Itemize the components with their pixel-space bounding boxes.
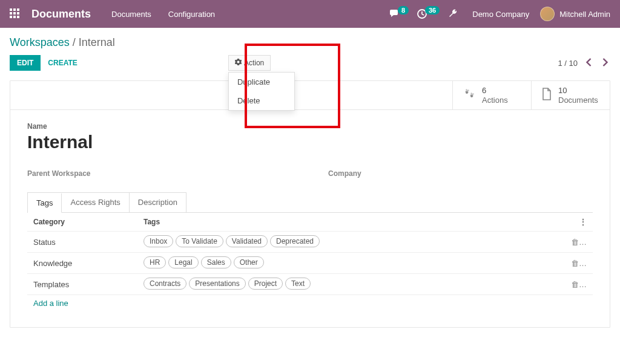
trash-icon[interactable]: 🗑… [571, 259, 587, 268]
document-icon [541, 88, 552, 103]
messages-badge: 8 [398, 6, 409, 15]
table-row: StatusInboxTo ValidateValidatedDeprecate… [27, 231, 593, 252]
top-navbar: Documents Documents Configuration 8 36 D… [0, 0, 620, 28]
tag-chip[interactable]: Legal [168, 256, 198, 268]
action-duplicate[interactable]: Duplicate [229, 73, 294, 91]
nav-configuration[interactable]: Configuration [168, 10, 215, 19]
row-tags: HRLegalSalesOther [143, 256, 566, 270]
pager-next[interactable] [600, 56, 610, 71]
action-dropdown-label: Action [244, 59, 264, 67]
tag-chip[interactable]: Text [285, 278, 311, 290]
row-category: Templates [33, 280, 143, 289]
col-header-tags: Tags [143, 218, 566, 226]
add-line-link[interactable]: Add a line [33, 299, 68, 308]
action-delete[interactable]: Delete [229, 91, 294, 110]
breadcrumb: Workspaces / Internal [10, 36, 610, 49]
form-sheet: 6 Actions 10 Documents Name Internal Par… [10, 80, 610, 328]
activities-badge: 36 [425, 6, 440, 15]
debug-button[interactable] [448, 9, 458, 19]
parent-workspace-label: Parent Workspace [27, 169, 292, 178]
action-dropdown-button[interactable]: Action [228, 55, 271, 71]
app-brand: Documents [31, 8, 91, 21]
user-menu[interactable]: Mitchell Admin [540, 7, 610, 21]
trash-icon[interactable]: 🗑… [571, 238, 587, 247]
user-name: Mitchell Admin [559, 10, 610, 19]
stat-documents[interactable]: 10 Documents [531, 81, 610, 109]
tag-chip[interactable]: Deprecated [270, 235, 320, 247]
tag-chip[interactable]: Validated [226, 235, 268, 247]
col-header-category: Category [33, 218, 143, 226]
form-tabs: Tags Access Rights Description [27, 192, 186, 212]
tag-chip[interactable]: Sales [201, 256, 231, 268]
workspace-name: Internal [27, 132, 593, 152]
create-button[interactable]: CREATE [41, 55, 84, 71]
cogs-icon [463, 88, 476, 102]
tag-chip[interactable]: Contracts [143, 278, 186, 290]
breadcrumb-current: Internal [79, 36, 115, 48]
activities-button[interactable]: 36 [417, 9, 440, 19]
stat-documents-count: 10 [558, 86, 598, 96]
row-category: Status [33, 238, 143, 247]
company-selector[interactable]: Demo Company [472, 10, 529, 19]
tag-chip[interactable]: Project [248, 278, 283, 290]
stat-actions[interactable]: 6 Actions [452, 81, 531, 109]
grid-menu-icon[interactable]: ⋮ [579, 218, 587, 226]
tag-chip[interactable]: To Validate [176, 235, 223, 247]
company-label: Company [328, 169, 593, 178]
gear-icon [235, 59, 242, 67]
action-dropdown-menu: Duplicate Delete [228, 72, 295, 111]
pager-range: 1 / 10 [558, 59, 578, 68]
wrench-icon [448, 9, 458, 19]
stat-documents-label: Documents [558, 96, 598, 105]
tab-description[interactable]: Description [130, 193, 186, 212]
apps-icon[interactable] [10, 8, 21, 19]
table-row: KnowledgeHRLegalSalesOther🗑… [27, 252, 593, 273]
messaging-button[interactable]: 8 [390, 10, 409, 18]
table-row: TemplatesContractsPresentationsProjectTe… [27, 273, 593, 294]
edit-button[interactable]: EDIT [10, 55, 41, 71]
tag-chip[interactable]: Other [234, 256, 264, 268]
tab-tags[interactable]: Tags [28, 193, 62, 213]
user-avatar [540, 7, 555, 21]
nav-documents[interactable]: Documents [111, 10, 151, 19]
chevron-left-icon [586, 58, 592, 67]
trash-icon[interactable]: 🗑… [571, 280, 587, 289]
stat-actions-count: 6 [482, 86, 508, 96]
add-line-row: Add a line [27, 294, 593, 311]
pager-prev[interactable] [584, 56, 594, 71]
breadcrumb-root[interactable]: Workspaces [10, 36, 70, 48]
tag-chip[interactable]: Inbox [143, 235, 173, 247]
row-tags: InboxTo ValidateValidatedDeprecated [143, 235, 566, 249]
stat-actions-label: Actions [482, 96, 508, 105]
row-tags: ContractsPresentationsProjectText [143, 278, 566, 291]
chevron-right-icon [602, 58, 608, 67]
name-label: Name [27, 122, 593, 131]
tab-access-rights[interactable]: Access Rights [62, 193, 129, 212]
row-category: Knowledge [33, 259, 143, 268]
tag-chip[interactable]: Presentations [189, 278, 245, 290]
tag-chip[interactable]: HR [143, 256, 166, 268]
